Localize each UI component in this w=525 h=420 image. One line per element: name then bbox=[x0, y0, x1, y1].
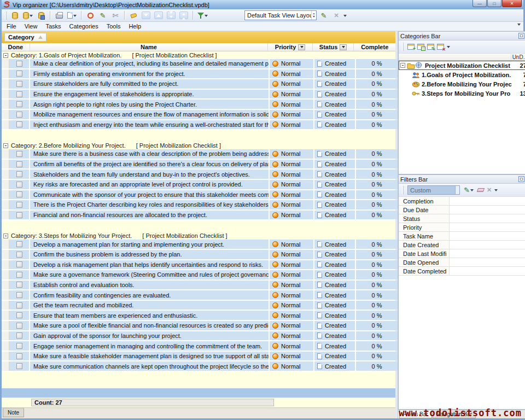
done-checkbox[interactable] bbox=[16, 202, 22, 208]
new-database-button[interactable] bbox=[9, 10, 20, 21]
minimize-button[interactable]: — bbox=[472, 0, 487, 7]
category-tree-item[interactable]: Project Mobilization Checklist 27 27 bbox=[399, 61, 525, 70]
filter-value-input[interactable] bbox=[450, 267, 525, 275]
done-checkbox[interactable] bbox=[16, 282, 22, 288]
done-checkbox[interactable] bbox=[16, 151, 22, 157]
combo-spinner[interactable] bbox=[455, 186, 459, 194]
undone-column-header[interactable]: UnD... bbox=[511, 54, 525, 60]
task-row[interactable]: Assign right people to right roles by us… bbox=[2, 100, 395, 110]
highlight-button[interactable] bbox=[128, 10, 139, 21]
print-preview-button[interactable] bbox=[66, 10, 78, 21]
filter-value-input[interactable] bbox=[450, 197, 525, 205]
filter-value-input[interactable] bbox=[450, 232, 525, 240]
add-task-button[interactable] bbox=[85, 10, 96, 21]
done-checkbox[interactable] bbox=[16, 112, 22, 118]
done-checkbox[interactable] bbox=[16, 363, 22, 369]
delete-task-button[interactable]: ✄ bbox=[110, 10, 121, 21]
delete-category-icon[interactable] bbox=[437, 44, 444, 50]
done-checkbox[interactable] bbox=[16, 182, 22, 188]
filter-button[interactable] bbox=[196, 10, 209, 21]
apply-filter-button[interactable]: ✎ bbox=[463, 185, 475, 195]
eraser-icon[interactable] bbox=[477, 188, 485, 192]
done-checkbox[interactable] bbox=[16, 302, 22, 308]
add-subcategory-icon[interactable] bbox=[417, 44, 424, 50]
save-database-button[interactable] bbox=[36, 10, 46, 21]
done-checkbox[interactable] bbox=[16, 323, 22, 329]
task-row[interactable]: Ensure the engagement level of stakehold… bbox=[2, 90, 395, 100]
priority-filter-dropdown[interactable] bbox=[298, 44, 305, 50]
task-row[interactable]: Inject enthusiasm and energy into the te… bbox=[2, 120, 395, 131]
done-checkbox[interactable] bbox=[16, 353, 22, 359]
filter-value-input[interactable] bbox=[450, 241, 525, 249]
task-row[interactable]: Make sure a feasible stakeholder managem… bbox=[2, 352, 395, 362]
note-tab[interactable]: Note bbox=[3, 408, 24, 417]
done-checkbox[interactable] bbox=[16, 121, 22, 127]
status-filter-dropdown[interactable] bbox=[340, 44, 347, 50]
menu-item[interactable]: Categories bbox=[69, 23, 98, 30]
done-checkbox[interactable] bbox=[16, 81, 22, 87]
collapse-icon[interactable] bbox=[3, 234, 8, 238]
collapse-icon[interactable] bbox=[3, 143, 8, 148]
done-checkbox[interactable] bbox=[16, 171, 22, 177]
done-checkbox[interactable] bbox=[16, 91, 22, 97]
column-header-done[interactable]: Done bbox=[2, 43, 30, 51]
task-row[interactable]: Confirm the business problem is addresse… bbox=[2, 250, 395, 260]
done-checkbox[interactable] bbox=[16, 61, 22, 67]
task-row[interactable]: Make sure a governance framework (Steeri… bbox=[2, 270, 395, 281]
task-row[interactable]: Establish control and evaluation tools. … bbox=[2, 281, 395, 291]
task-row[interactable]: Communicate with the sponsor of your pro… bbox=[2, 190, 395, 201]
task-row[interactable]: Develop a risk management plan that help… bbox=[2, 260, 395, 271]
done-checkbox[interactable] bbox=[16, 332, 22, 339]
toolbar-overflow-caret[interactable] bbox=[343, 15, 347, 19]
done-checkbox[interactable] bbox=[16, 191, 22, 197]
task-row[interactable]: There is the Project Charter describing … bbox=[2, 200, 395, 211]
toolbar-overflow-caret[interactable] bbox=[447, 46, 450, 50]
category-tree-item[interactable]: 3.Steps for Mobilizing Your Pro 13 13 bbox=[399, 89, 525, 98]
combo-spinner[interactable] bbox=[311, 11, 316, 20]
add-category-icon[interactable] bbox=[407, 44, 415, 50]
category-group-row[interactable]: Category: 1.Goals of Project Mobilizatio… bbox=[2, 51, 395, 59]
done-checkbox[interactable] bbox=[16, 312, 22, 318]
filter-value-input[interactable] bbox=[450, 223, 525, 231]
filter-value-input[interactable] bbox=[450, 214, 525, 223]
done-checkbox[interactable] bbox=[16, 161, 22, 167]
task-row[interactable]: Gain approval of the sponsor for launchi… bbox=[2, 331, 395, 342]
task-view-layout-combo[interactable]: Default Task View Layout bbox=[244, 10, 317, 20]
toolbar-overflow-caret[interactable] bbox=[494, 189, 498, 193]
close-button[interactable]: ✕ bbox=[502, 0, 522, 7]
column-header-complete[interactable]: Complete bbox=[354, 43, 395, 51]
filter-preset-combo[interactable]: Custom bbox=[407, 185, 460, 195]
task-row[interactable]: Ensure that team members are experienced… bbox=[2, 311, 395, 321]
column-header-status[interactable]: Status bbox=[313, 43, 354, 51]
column-header-name[interactable]: Name bbox=[30, 43, 269, 51]
panel-maximize-button[interactable] bbox=[518, 33, 524, 39]
done-checkbox[interactable] bbox=[16, 241, 22, 247]
task-row[interactable]: Make sure communication channels are kep… bbox=[2, 361, 395, 372]
collapse-icon[interactable] bbox=[400, 63, 405, 68]
task-row[interactable]: Mobilize management resources and ensure… bbox=[2, 110, 395, 120]
task-row[interactable]: Make sure there is a business case with … bbox=[2, 149, 395, 160]
column-header-priority[interactable]: Priority bbox=[268, 43, 313, 51]
group-by-category-button[interactable]: Category bbox=[4, 33, 46, 42]
task-row[interactable]: Make a clear definition of your project,… bbox=[2, 59, 395, 69]
open-database-button[interactable] bbox=[22, 10, 34, 21]
done-checkbox[interactable] bbox=[16, 343, 22, 349]
task-row[interactable]: Key risks are forecasted and an appropri… bbox=[2, 180, 395, 190]
edit-category-icon[interactable] bbox=[427, 44, 434, 50]
menu-item[interactable]: Tools bbox=[107, 23, 121, 30]
filter-value-input[interactable] bbox=[450, 206, 525, 214]
print-button[interactable] bbox=[54, 10, 65, 21]
category-tree-item[interactable]: 2.Before Mobilizing Your Projec 7 7 bbox=[399, 79, 525, 89]
menu-item[interactable]: View bbox=[25, 23, 38, 30]
category-tree-item[interactable]: 1.Goals of Project Mobilization. 7 7 bbox=[399, 70, 525, 79]
task-row[interactable]: Ensure stakeholders are fully committed … bbox=[2, 79, 395, 90]
done-checkbox[interactable] bbox=[16, 212, 22, 218]
task-row[interactable]: Stakeholders and the team fully understa… bbox=[2, 170, 395, 180]
menu-item[interactable]: Tasks bbox=[45, 23, 61, 30]
panel-maximize-button[interactable] bbox=[518, 176, 524, 182]
menu-item[interactable]: File bbox=[7, 23, 16, 30]
task-row[interactable]: Develop a management plan for starting a… bbox=[2, 240, 395, 250]
edit-task-button[interactable]: ✎ bbox=[97, 10, 108, 21]
done-checkbox[interactable] bbox=[16, 272, 22, 278]
task-row[interactable]: Engage senior management in managing and… bbox=[2, 341, 395, 352]
